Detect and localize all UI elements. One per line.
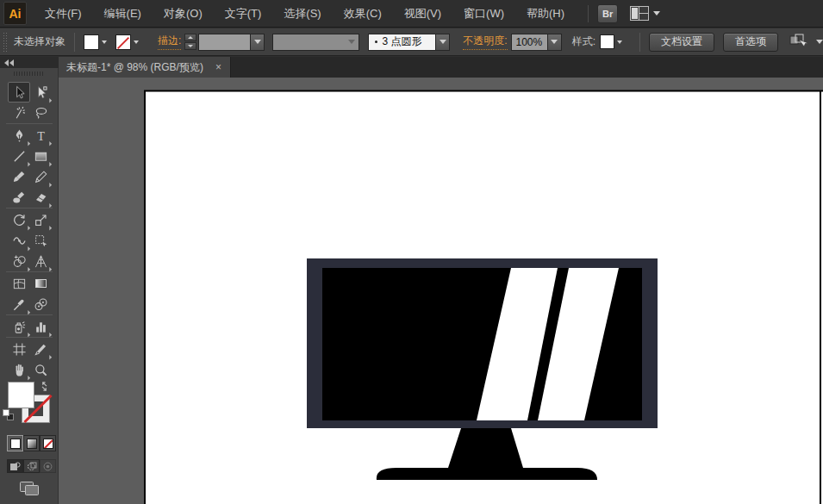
divider (74, 33, 75, 52)
select-similar-objects-button[interactable] (789, 33, 807, 52)
fill-dropdown-button[interactable] (99, 34, 110, 50)
draw-inside-button[interactable] (40, 459, 56, 473)
menu-effect[interactable]: 效果(C) (333, 0, 393, 28)
brush-definition-combobox[interactable]: 3 点圆形 (368, 34, 437, 51)
lasso-tool[interactable] (29, 103, 52, 123)
default-fill-chip (3, 409, 9, 416)
monitor-stand[interactable] (448, 428, 523, 468)
workspace-switcher[interactable] (630, 6, 660, 21)
blob-brush-tool[interactable] (8, 187, 30, 208)
stroke-panel-link[interactable]: 描边: (158, 34, 181, 50)
column-graph-tool[interactable] (29, 316, 52, 337)
none-mode-button[interactable] (40, 435, 56, 451)
stroke-weight-stepper[interactable] (184, 34, 196, 50)
blend-tool[interactable] (29, 294, 52, 314)
line-segment-tool[interactable] (8, 146, 30, 166)
zoom-tool[interactable] (29, 359, 52, 380)
stroke-weight-dropdown-button[interactable] (251, 34, 265, 51)
mesh-tool[interactable] (8, 273, 30, 294)
pencil-tool[interactable] (29, 166, 52, 187)
stroke-color-swatch[interactable] (115, 34, 131, 50)
rotate-tool[interactable] (8, 209, 30, 230)
tab-close-icon[interactable]: × (215, 62, 221, 72)
gradient-mode-button[interactable] (23, 435, 40, 451)
style-widget[interactable] (600, 34, 626, 50)
paintbrush-tool[interactable] (8, 166, 30, 187)
perspective-grid-tool[interactable] (29, 251, 52, 271)
toolbar-grip[interactable] (14, 72, 45, 76)
paintbrush-tool-icon (12, 170, 27, 184)
menu-help[interactable]: 帮助(H) (515, 0, 576, 28)
paint-mode-row (7, 435, 56, 451)
stroke-dropdown-button[interactable] (131, 34, 142, 50)
rectangle-tool[interactable] (29, 146, 52, 166)
chevron-down-icon (551, 40, 558, 44)
menu-file[interactable]: 文件(F) (34, 0, 93, 28)
stepper-down-button[interactable] (184, 42, 196, 50)
slice-tool[interactable] (29, 339, 52, 359)
swap-fill-stroke-button[interactable] (39, 380, 50, 395)
none-chip-icon (43, 439, 53, 449)
hand-tool[interactable] (8, 359, 30, 380)
scale-tool[interactable] (29, 209, 52, 230)
stroke-color-widget[interactable] (115, 34, 142, 50)
fill-indicator[interactable] (8, 382, 34, 408)
divider (639, 33, 640, 52)
menu-view[interactable]: 视图(V) (393, 0, 452, 28)
artboard-tool[interactable] (8, 339, 30, 359)
preferences-button[interactable]: 首选项 (723, 33, 778, 52)
monitor-base[interactable] (377, 468, 597, 480)
fill-color-swatch[interactable] (84, 34, 99, 50)
controlbar-grip[interactable] (2, 31, 8, 53)
menu-select[interactable]: 选择(S) (272, 0, 332, 28)
type-tool[interactable]: T (29, 125, 52, 146)
shape-builder-tool[interactable] (8, 251, 30, 271)
default-fill-stroke-button[interactable] (3, 409, 14, 420)
free-transform-tool[interactable] (29, 230, 52, 251)
menu-bar: Ai 文件(F)编辑(E)对象(O)文字(T)选择(S)效果(C)视图(V)窗口… (0, 0, 823, 28)
chevron-down-icon (188, 45, 193, 47)
style-dropdown-button[interactable] (614, 34, 626, 50)
magic-wand-tool[interactable] (8, 103, 30, 123)
fill-color-widget[interactable] (84, 34, 110, 50)
document-tab-title: 未标题-1* @ 98% (RGB/预览) (66, 60, 203, 75)
width-tool[interactable] (8, 230, 30, 251)
chevron-down-icon (102, 40, 107, 44)
opacity-combobox[interactable]: 100% (511, 34, 548, 51)
width-profile-combobox[interactable] (272, 34, 359, 51)
eyedropper-tool[interactable] (8, 294, 30, 314)
brush-dropdown-button[interactable] (436, 34, 450, 51)
chevron-down-icon (617, 40, 622, 44)
document-tab[interactable]: 未标题-1* @ 98% (RGB/预览) × (59, 57, 231, 78)
toolbar-separator (6, 208, 53, 208)
canvas-area[interactable] (59, 78, 823, 504)
gradient-tool[interactable] (29, 273, 52, 294)
collapse-left-icon (9, 59, 14, 66)
pen-tool[interactable] (8, 125, 30, 146)
menu-type[interactable]: 文字(T) (214, 0, 273, 28)
draw-behind-icon (26, 462, 37, 471)
symbol-sprayer-tool[interactable] (8, 316, 30, 337)
tools-panel: T (0, 68, 59, 504)
color-mode-button[interactable] (7, 435, 23, 451)
menu-edit[interactable]: 编辑(E) (93, 0, 153, 28)
document-setup-button[interactable]: 文档设置 (649, 33, 714, 52)
selection-tool[interactable] (8, 82, 30, 103)
menu-window[interactable]: 窗口(W) (452, 0, 515, 28)
opacity-dropdown-button[interactable] (548, 34, 562, 51)
eraser-tool[interactable] (29, 187, 52, 208)
illustrator-logo: Ai (3, 2, 27, 25)
style-swatch[interactable] (600, 34, 614, 49)
toolbar-collapse-button[interactable] (0, 57, 59, 68)
draw-normal-button[interactable] (7, 459, 23, 473)
opacity-panel-link[interactable]: 不透明度: (463, 34, 507, 50)
screen-mode-button[interactable] (17, 480, 41, 497)
bridge-button[interactable]: Br (597, 4, 618, 23)
direct-selection-tool[interactable] (29, 82, 52, 103)
screen-mode-icon (19, 481, 40, 496)
select-similar-dropdown-icon[interactable] (816, 40, 823, 44)
stepper-up-button[interactable] (184, 34, 196, 41)
menu-object[interactable]: 对象(O) (153, 0, 214, 28)
draw-behind-button[interactable] (23, 459, 40, 473)
stroke-weight-combobox[interactable] (198, 34, 251, 51)
